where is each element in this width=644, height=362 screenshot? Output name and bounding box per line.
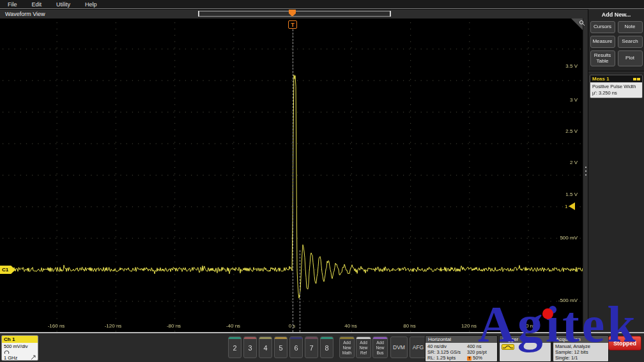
channel-1-name: Ch 1 [2, 336, 38, 343]
trigger-level-label: 1 [565, 204, 567, 209]
channel-6-button[interactable]: 6 [289, 336, 303, 358]
waveform-view-title: Waveform View [5, 11, 45, 17]
volt-label: 500 mV [542, 235, 578, 241]
time-label: -160 ns [40, 323, 73, 329]
acquisition-mode: Manual, Analyze [555, 343, 606, 349]
add-new-math-label: Add New Math [340, 339, 354, 356]
menu-help[interactable]: Help [85, 1, 97, 8]
channel-6-label: 6 [290, 339, 302, 358]
trigger-level-arrow-icon [569, 202, 575, 210]
sample-interval: 320 ps/pt [467, 349, 487, 355]
horizontal-title: Horizontal [425, 336, 497, 343]
time-label: 0 s [275, 323, 309, 329]
horizontal-position: T50% [467, 355, 482, 361]
channel-4-button[interactable]: 4 [259, 336, 272, 358]
trigger-body [500, 343, 551, 361]
overview-left-bracket [198, 11, 199, 17]
trigger-title: Trigger [500, 336, 551, 343]
divider-handle-dot [585, 167, 586, 168]
menu-file[interactable]: File [8, 1, 17, 8]
waveform-canvas[interactable] [0, 19, 588, 332]
add-new-bus-button[interactable]: Add New Bus [372, 336, 388, 358]
menu-edit[interactable]: Edit [32, 1, 42, 8]
channel-1-settings: 500 mV/div 1 GHz [2, 343, 38, 361]
add-new-ref-label: Add New Ref [356, 339, 371, 356]
meas1-body: Positive Pulse Width μ′: 3.250 ns [590, 82, 642, 98]
record-length: RL: 1.25 kpts [427, 355, 467, 361]
acquisition-body: Manual, Analyze Sample: 12 bits Single: … [553, 343, 608, 361]
clipping-indicator-icon [31, 355, 36, 360]
acquisition-title: Acquisition [553, 336, 608, 343]
panel-divider-scrollbar[interactable] [583, 19, 588, 332]
divider-handle-dot [585, 170, 586, 172]
time-label: 80 ns [393, 323, 426, 329]
trigger-position-icon: T [467, 356, 471, 361]
right-panel-separator [588, 71, 644, 72]
time-label: 160 ns [511, 323, 544, 329]
add-new-source-buttons: Add New Math Add New Ref Add New Bus [339, 336, 388, 358]
meas1-badge[interactable]: Meas 1 Positive Pulse Width μ′: 3.250 ns [590, 75, 643, 98]
bottom-bar: Ch 1 500 mV/div 1 GHz 2 3 4 5 6 7 8 Add … [0, 332, 644, 362]
channel-2-button[interactable]: 2 [228, 336, 241, 358]
channel-8-button[interactable]: 8 [320, 336, 334, 358]
magnifier-icon [579, 20, 585, 26]
add-new-math-button[interactable]: Add New Math [339, 336, 355, 358]
channel-8-label: 8 [321, 339, 333, 358]
acquisition-panel[interactable]: Acquisition Manual, Analyze Sample: 12 b… [553, 335, 609, 362]
dvm-button[interactable]: DVM [390, 336, 408, 358]
volt-label: -500 mV [542, 298, 578, 303]
volt-label: 1.5 V [542, 192, 578, 197]
horizontal-scale: 40 ns/div [427, 343, 467, 349]
meas1-value: μ′: 3.250 ns [592, 90, 640, 96]
time-label: -80 ns [157, 323, 190, 329]
channel-7-button[interactable]: 7 [305, 336, 318, 358]
results-table-button[interactable]: Results Table [590, 50, 615, 66]
volt-label: 2.5 V [542, 128, 578, 134]
time-label: 40 ns [334, 323, 367, 329]
sample-rate: SR: 3.125 GS/s [427, 349, 467, 355]
channel-3-label: 3 [244, 339, 256, 358]
channel-7-label: 7 [305, 339, 318, 358]
volt-label: 3.5 V [542, 63, 578, 69]
overview-right-bracket [390, 11, 391, 17]
channel-5-button[interactable]: 5 [274, 336, 288, 358]
volt-label: 3 V [542, 97, 578, 103]
horizontal-body: 40 ns/div400 ns SR: 3.125 GS/s320 ps/pt … [425, 343, 497, 361]
waveform-display: T 3.5 V 3 V 2.5 V 2 V 1.5 V 500 mV -500 … [0, 19, 588, 332]
time-label: 120 ns [452, 323, 486, 329]
add-new-label: Add New... [588, 11, 644, 18]
time-label: -40 ns [217, 323, 250, 329]
meas1-source-indicator [633, 78, 640, 80]
trigger-panel[interactable]: Trigger [499, 335, 551, 362]
coupling-icon [4, 350, 10, 354]
acquisition-sample: Sample: 12 bits [555, 349, 606, 355]
stopped-button[interactable]: Stopped [608, 336, 641, 351]
plot-button[interactable]: Plot [618, 50, 643, 66]
cursors-button[interactable]: Cursors [590, 21, 615, 33]
channel-buttons: 2 3 4 5 6 7 8 [228, 336, 334, 358]
menu-bar: File Edit Utility Help [0, 0, 644, 9]
channel-1-scale: 500 mV/div [4, 343, 36, 349]
channel-3-button[interactable]: 3 [243, 336, 257, 358]
measure-button[interactable]: Measure [590, 36, 615, 48]
note-button[interactable]: Note [618, 21, 643, 33]
menu-utility[interactable]: Utility [56, 1, 70, 8]
meas1-title: Meas 1 [592, 76, 610, 82]
trigger-level-marker[interactable]: 1 [565, 202, 575, 210]
horizontal-panel[interactable]: Horizontal 40 ns/div400 ns SR: 3.125 GS/… [425, 335, 498, 362]
afg-button[interactable]: AFG [410, 336, 427, 358]
horizontal-window: 400 ns [467, 343, 482, 349]
channel-4-label: 4 [259, 339, 272, 358]
add-new-ref-button[interactable]: Add New Ref [356, 336, 371, 358]
channel-1-bandwidth: 1 GHz [4, 355, 17, 361]
add-new-button-grid: Cursors Note Measure Search Results Tabl… [588, 21, 644, 66]
channel-1-badge[interactable]: Ch 1 500 mV/div 1 GHz [1, 335, 38, 361]
channel-5-label: 5 [275, 339, 287, 358]
time-label: -120 ns [96, 323, 130, 329]
trigger-t-badge[interactable]: T [288, 20, 297, 29]
trigger-time-line [293, 29, 293, 332]
measurement-gate-line [300, 250, 300, 332]
add-new-bus-label: Add New Bus [373, 339, 387, 356]
search-button[interactable]: Search [618, 36, 643, 48]
channel-2-label: 2 [229, 339, 241, 358]
